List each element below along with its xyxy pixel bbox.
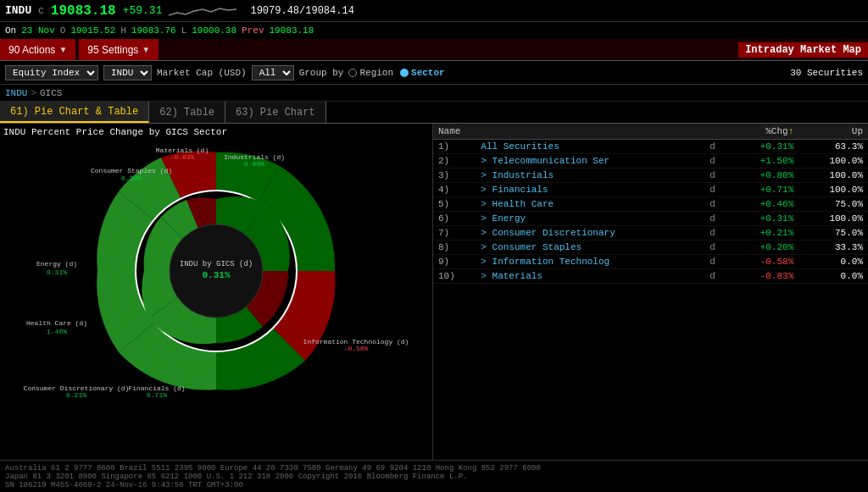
region-radio-dot — [348, 69, 357, 77]
nav-bar: 90 Actions ▼ 95 Settings ▼ Intraday Mark… — [0, 39, 868, 61]
settings-arrow-icon: ▼ — [142, 45, 150, 54]
securities-count: 30 Securities — [790, 68, 863, 78]
row-num: 3) — [433, 169, 476, 183]
center-label: INDU by GICS (d) — [180, 260, 253, 268]
row-up: 75.0% — [798, 226, 868, 240]
sector-radio-label: Sector — [411, 68, 445, 78]
date-bar: On 23 Nov O 19015.52 H 19083.76 L 19000.… — [0, 22, 868, 39]
row-name: > Health Care — [476, 197, 704, 212]
ticker-change: +59.31 — [123, 4, 163, 17]
col-header-chg: %Chg↑ — [730, 124, 799, 140]
row-num: 9) — [433, 255, 476, 269]
row-up: 100.0% — [798, 183, 868, 197]
tab-table[interactable]: 62) Table — [149, 102, 225, 123]
tab-bar: 61) Pie Chart & Table 62) Table 63) Pie … — [0, 102, 868, 124]
row-chg: -0.58% — [730, 255, 799, 269]
region-radio[interactable]: Region — [348, 68, 393, 78]
high-label: H — [120, 25, 126, 36]
row-d: d — [704, 169, 729, 183]
filter-bar: Equity Index INDU Market Cap (USD) All G… — [0, 61, 868, 85]
row-chg: +0.80% — [730, 169, 799, 183]
pie-chart: INDU by GICS (d) 0.31% Industrials (d) 0… — [8, 141, 424, 401]
table-row[interactable]: 8)> Consumer Staplesd+0.20%33.3% — [433, 240, 868, 255]
row-num: 4) — [433, 183, 476, 197]
breadcrumb-parent[interactable]: INDU — [5, 88, 27, 98]
table-row[interactable]: 5)> Health Cared+0.46%75.0% — [433, 197, 868, 212]
row-d: d — [704, 154, 729, 169]
row-up: 100.0% — [798, 154, 868, 169]
label-healthcare: Health Care (d) — [26, 319, 87, 327]
table-row[interactable]: 9)> Information Technologd-0.58%0.0% — [433, 255, 868, 269]
table-row[interactable]: 3)> Industrialsd+0.80%100.0% — [433, 169, 868, 183]
row-name: > Telecommunication Ser — [476, 154, 704, 169]
footer: Australia 61 2 9777 8600 Brazil 5511 239… — [0, 460, 868, 492]
row-d: d — [704, 255, 729, 269]
region-radio-label: Region — [359, 68, 393, 78]
sector-radio[interactable]: Sector — [400, 68, 445, 78]
row-name: > Industrials — [476, 169, 704, 183]
val-healthcare: 1.46% — [47, 328, 67, 335]
actions-arrow-icon: ▼ — [58, 45, 67, 54]
table-row[interactable]: 6)> Energyd+0.31%100.0% — [433, 212, 868, 226]
row-up: 0.0% — [798, 269, 868, 284]
row-up: 100.0% — [798, 212, 868, 226]
settings-button[interactable]: 95 Settings ▼ — [79, 39, 159, 60]
val-cons-staples: 0.20% — [121, 174, 142, 182]
breadcrumb-current: GICS — [40, 88, 62, 98]
row-name: > Financials — [476, 183, 704, 197]
row-up: 33.3% — [798, 240, 868, 255]
breadcrumb: INDU > GICS — [0, 85, 868, 102]
actions-button[interactable]: 90 Actions ▼ — [0, 39, 75, 60]
market-cap-select[interactable]: All — [252, 65, 294, 80]
val-energy: 0.31% — [47, 268, 67, 276]
val-financials: 0.71% — [147, 391, 167, 399]
row-chg: +0.21% — [730, 226, 799, 240]
sector-radio-dot — [400, 69, 409, 77]
row-num: 7) — [433, 226, 476, 240]
row-name: > Consumer Discretionary — [476, 226, 704, 240]
equity-index-select[interactable]: Equity Index — [5, 65, 98, 80]
col-header-up: Up — [798, 124, 868, 140]
ticker-c-label: C — [38, 6, 44, 16]
label-energy: Energy (d) — [36, 260, 77, 268]
intraday-label: Intraday Market Map — [738, 42, 868, 58]
row-up: 63.3% — [798, 140, 868, 154]
ticker-price: 19083.18 — [51, 3, 116, 19]
pie-chart-container: INDU by GICS (d) 0.31% Industrials (d) 0… — [3, 141, 429, 401]
tab-pie-chart[interactable]: 63) Pie Chart — [225, 102, 326, 123]
row-d: d — [704, 269, 729, 284]
val-materials: -0.83% — [170, 153, 195, 161]
indu-select[interactable]: INDU — [103, 65, 152, 80]
group-by-label: Group by — [299, 68, 344, 78]
ticker-date: 23 Nov — [21, 25, 55, 36]
ticker-range: 19079.48/19084.14 — [250, 5, 353, 17]
left-panel: INDU Percent Price Change by GICS Sector — [0, 124, 432, 460]
table-row[interactable]: 4)> Financialsd+0.71%100.0% — [433, 183, 868, 197]
val-cons-disc: 0.21% — [66, 391, 86, 399]
date-on-label: On — [5, 25, 16, 36]
ticker-prev: 19083.18 — [269, 25, 314, 36]
row-name: All Securities — [476, 140, 704, 154]
table-row[interactable]: 7)> Consumer Discretionaryd+0.21%75.0% — [433, 226, 868, 240]
row-num: 8) — [433, 240, 476, 255]
tab-pie-chart-table[interactable]: 61) Pie Chart & Table — [0, 102, 149, 123]
center-value: 0.31% — [202, 270, 230, 280]
breadcrumb-separator: > — [31, 88, 36, 98]
row-up: 100.0% — [798, 169, 868, 183]
row-name: > Energy — [476, 212, 704, 226]
row-d: d — [704, 226, 729, 240]
row-up: 75.0% — [798, 197, 868, 212]
table-row[interactable]: 2)> Telecommunication Serd+1.50%100.0% — [433, 154, 868, 169]
row-up: 0.0% — [798, 255, 868, 269]
table-row[interactable]: 1)All Securitiesd+0.31%63.3% — [433, 140, 868, 154]
row-d: d — [704, 183, 729, 197]
row-chg: +0.46% — [730, 197, 799, 212]
market-cap-label: Market Cap (USD) — [157, 68, 247, 78]
row-name: > Materials — [476, 269, 704, 284]
row-chg: +0.20% — [730, 240, 799, 255]
row-num: 10) — [433, 269, 476, 284]
row-num: 2) — [433, 154, 476, 169]
group-by-options: Region Sector — [348, 68, 444, 78]
row-d: d — [704, 212, 729, 226]
table-row[interactable]: 10)> Materialsd-0.83%0.0% — [433, 269, 868, 284]
